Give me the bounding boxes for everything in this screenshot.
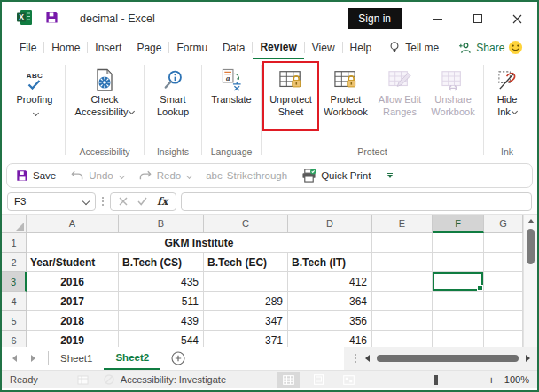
tab-formulas[interactable]: Formu bbox=[169, 35, 215, 59]
cell[interactable] bbox=[484, 272, 523, 292]
formula-input[interactable] bbox=[181, 192, 532, 211]
titlebar-save-icon[interactable] bbox=[45, 11, 59, 27]
cell[interactable] bbox=[372, 292, 433, 311]
cell[interactable]: 364 bbox=[288, 292, 372, 311]
cell[interactable] bbox=[372, 253, 433, 272]
page-break-view-button[interactable] bbox=[338, 372, 360, 388]
zoom-level[interactable]: 100% bbox=[503, 374, 529, 385]
protect-workbook-button[interactable]: Protect Workbook bbox=[317, 59, 374, 118]
cell-header-ec[interactable]: B.Tech (EC) bbox=[204, 253, 288, 272]
close-button[interactable] bbox=[497, 5, 537, 32]
vertical-scroll-thumb[interactable] bbox=[527, 229, 535, 264]
tell-me-button[interactable]: Tell me bbox=[388, 35, 439, 59]
row-header-4[interactable]: 4 bbox=[2, 292, 27, 311]
cell[interactable]: 439 bbox=[119, 311, 204, 331]
check-accessibility-button[interactable]: Check Accessibility bbox=[68, 59, 141, 118]
tab-help[interactable]: Help bbox=[343, 35, 379, 59]
row-header-6[interactable]: 6 bbox=[2, 331, 27, 347]
sheet-tab-sheet1[interactable]: Sheet1 bbox=[49, 347, 104, 370]
enter-check-icon[interactable] bbox=[137, 197, 147, 206]
customize-toolbar-button[interactable] bbox=[387, 173, 393, 179]
cell[interactable] bbox=[372, 331, 433, 347]
cell[interactable] bbox=[433, 292, 484, 311]
cell[interactable] bbox=[433, 253, 484, 272]
new-sheet-button[interactable] bbox=[160, 347, 196, 370]
cell[interactable]: 356 bbox=[288, 311, 372, 331]
cell[interactable] bbox=[433, 331, 484, 347]
horizontal-scroll-thumb[interactable] bbox=[377, 355, 519, 362]
cell-header-cs[interactable]: B.Tech (CS) bbox=[119, 253, 204, 272]
share-button[interactable]: Share bbox=[458, 35, 504, 59]
column-header-c[interactable]: C bbox=[204, 215, 288, 233]
cell[interactable]: 2016 bbox=[27, 272, 119, 292]
row-header-3-selected[interactable]: 3 bbox=[2, 272, 27, 292]
zoom-slider-thumb[interactable] bbox=[434, 375, 438, 385]
cell[interactable]: 2019 bbox=[27, 331, 119, 347]
scroll-up-icon[interactable] bbox=[527, 219, 535, 223]
feedback-smiley-button[interactable] bbox=[508, 35, 523, 59]
macro-record-icon[interactable] bbox=[77, 375, 89, 385]
selected-cell-f3[interactable] bbox=[433, 272, 484, 292]
sign-in-button[interactable]: Sign in bbox=[348, 8, 402, 29]
row-header-1[interactable]: 1 bbox=[2, 233, 27, 253]
cell[interactable]: 544 bbox=[119, 331, 204, 347]
column-header-g[interactable]: G bbox=[484, 215, 523, 233]
cell[interactable]: 347 bbox=[204, 311, 288, 331]
cell[interactable] bbox=[484, 331, 523, 347]
scroll-left-icon[interactable] bbox=[365, 355, 370, 362]
save-button[interactable]: Save bbox=[16, 169, 56, 182]
tab-insert[interactable]: Insert bbox=[88, 35, 129, 59]
column-header-d[interactable]: D bbox=[288, 215, 372, 233]
cell[interactable]: 412 bbox=[288, 272, 372, 292]
cell[interactable] bbox=[484, 253, 523, 272]
column-header-e[interactable]: E bbox=[372, 215, 433, 233]
minimize-button[interactable] bbox=[418, 5, 457, 32]
cell[interactable]: 435 bbox=[119, 272, 204, 292]
column-header-b[interactable]: B bbox=[119, 215, 204, 233]
sheet-tab-sheet2-active[interactable]: Sheet2 bbox=[104, 347, 160, 370]
tab-file[interactable]: File bbox=[12, 35, 43, 59]
zoom-in-button[interactable]: + bbox=[488, 374, 495, 386]
cell[interactable] bbox=[433, 311, 484, 331]
row-header-2[interactable]: 2 bbox=[2, 253, 27, 272]
unprotect-sheet-button[interactable]: Unprotect Sheet bbox=[264, 59, 317, 118]
quick-print-button[interactable]: Quick Print bbox=[301, 169, 371, 183]
cell[interactable]: 371 bbox=[204, 331, 288, 347]
cell[interactable] bbox=[372, 311, 433, 331]
next-sheet-icon[interactable] bbox=[31, 355, 35, 362]
select-all-button[interactable] bbox=[2, 215, 27, 233]
cell[interactable] bbox=[484, 311, 523, 331]
cell[interactable]: 2017 bbox=[27, 292, 119, 311]
tab-data[interactable]: Data bbox=[215, 35, 252, 59]
scrollbar-splitter[interactable] bbox=[355, 354, 356, 363]
cancel-icon[interactable] bbox=[119, 197, 128, 206]
cell-title-merged[interactable]: GKM Institute bbox=[27, 233, 372, 253]
tab-page-layout[interactable]: Page bbox=[129, 35, 168, 59]
cell[interactable] bbox=[372, 272, 433, 292]
cell[interactable]: 416 bbox=[288, 331, 372, 347]
cell-header-year[interactable]: Year/Student bbox=[27, 253, 119, 272]
row-header-5[interactable]: 5 bbox=[2, 311, 27, 331]
cell[interactable] bbox=[433, 233, 484, 253]
cell[interactable] bbox=[372, 233, 433, 253]
status-accessibility[interactable]: Accessibility: Investigate bbox=[121, 374, 226, 385]
cell[interactable] bbox=[204, 272, 288, 292]
tab-view[interactable]: View bbox=[305, 35, 342, 59]
cell[interactable]: 2018 bbox=[27, 311, 119, 331]
name-box[interactable]: F3 bbox=[7, 192, 96, 211]
cell[interactable] bbox=[484, 233, 523, 253]
zoom-out-button[interactable]: − bbox=[368, 374, 375, 386]
formula-bar-splitter[interactable] bbox=[102, 197, 104, 206]
vertical-scrollbar[interactable] bbox=[523, 215, 537, 347]
zoom-slider[interactable] bbox=[382, 380, 480, 380]
tab-home[interactable]: Home bbox=[44, 35, 87, 59]
hide-ink-button[interactable]: Hide Ink bbox=[487, 59, 527, 118]
insert-function-button[interactable]: fx bbox=[157, 195, 168, 208]
cell[interactable] bbox=[484, 292, 523, 311]
column-header-a[interactable]: A bbox=[27, 215, 119, 233]
translate-button[interactable]: a Translate bbox=[205, 59, 258, 106]
column-header-f-selected[interactable]: F bbox=[433, 215, 484, 233]
maximize-button[interactable] bbox=[457, 5, 497, 32]
previous-sheet-icon[interactable] bbox=[12, 355, 17, 362]
fill-handle[interactable] bbox=[477, 285, 483, 291]
